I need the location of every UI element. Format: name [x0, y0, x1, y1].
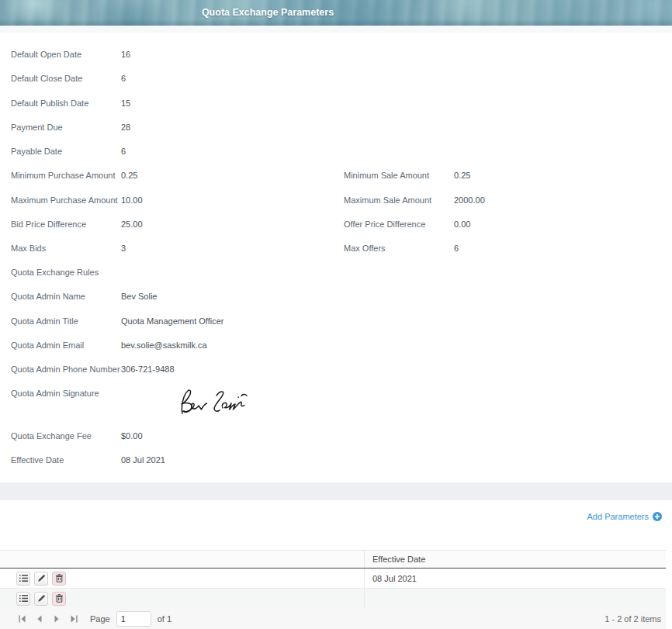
- field-value: 08 Jul 2021: [121, 455, 165, 465]
- field-value: 6: [121, 74, 126, 83]
- add-parameters-label: Add Parameters: [587, 512, 649, 521]
- effective-date-cell: 08 Jul 2021: [365, 569, 666, 588]
- field-max-offers: Max Offers6: [0, 244, 672, 254]
- grid-header-actions-column: [0, 551, 365, 568]
- next-page-button[interactable]: [50, 612, 64, 626]
- field-value: 28: [121, 123, 130, 132]
- panel-header: Quota Exchange Parameters: [0, 0, 672, 26]
- field-label: Quota Admin Name: [11, 292, 120, 301]
- field-label: Quota Admin Signature: [11, 389, 120, 398]
- field-payment-due: Payment Due28: [0, 123, 672, 133]
- field-quota-admin-title: Quota Admin TitleQuota Management Office…: [0, 316, 672, 327]
- field-value: 0.00: [454, 219, 470, 229]
- delete-trash-icon: [55, 574, 64, 582]
- field-quota-exchange-rules: Quota Exchange Rules: [0, 268, 672, 278]
- field-value: $0.00: [121, 431, 143, 441]
- field-value: 6: [454, 244, 459, 253]
- row-actions-cell: [0, 589, 365, 608]
- last-page-button[interactable]: [67, 612, 81, 626]
- last-page-icon: [70, 615, 78, 623]
- field-label: Offer Price Difference: [344, 219, 452, 229]
- field-offer-price-difference: Offer Price Difference0.00: [0, 219, 672, 230]
- field-effective-date: Effective Date08 Jul 2021: [0, 455, 672, 466]
- field-value: 0.25: [454, 171, 470, 180]
- field-label: Quota Admin Title: [11, 316, 120, 326]
- table-row: [0, 588, 666, 608]
- page-label: Page: [90, 614, 110, 624]
- field-quota-admin-name: Quota Admin NameBev Solie: [0, 292, 672, 302]
- effective-date-cell: [365, 589, 666, 608]
- field-value: 16: [121, 50, 130, 59]
- field-minimum-sale-amount: Minimum Sale Amount0.25: [0, 171, 672, 181]
- field-label: Quota Exchange Rules: [11, 268, 120, 277]
- page-of-label: of 1: [158, 614, 171, 624]
- field-value: bev.solie@saskmilk.ca: [121, 340, 207, 350]
- field-quota-admin-signature: Quota Admin Signature: [0, 389, 672, 399]
- field-label: Payment Due: [11, 123, 120, 132]
- field-label: Default Open Date: [11, 50, 120, 59]
- add-parameters-button[interactable]: Add Parameters: [587, 512, 662, 521]
- grid-pager: Page of 1 1 - 2 of 2 items: [0, 608, 666, 629]
- quota-exchange-parameters-panel: Quota Exchange Parameters Default Open D…: [0, 0, 672, 629]
- field-default-publish-date: Default Publish Date15: [0, 98, 672, 109]
- field-default-close-date: Default Close Date6: [0, 74, 672, 85]
- field-label: Payable Date: [11, 147, 120, 156]
- field-label: Maximum Sale Amount: [344, 195, 452, 205]
- field-payable-date: Payable Date6: [0, 147, 672, 157]
- edit-pencil-icon: [37, 574, 46, 582]
- edit-button[interactable]: [34, 572, 48, 586]
- field-value: 2000.00: [454, 195, 485, 205]
- first-page-icon: [19, 615, 26, 623]
- view-details-icon: [19, 574, 28, 582]
- field-label: Max Offers: [344, 244, 452, 253]
- field-value: 6: [121, 147, 126, 156]
- header-divider-strip: [0, 26, 672, 33]
- field-label: Default Close Date: [11, 74, 120, 83]
- edit-button[interactable]: [34, 592, 48, 606]
- delete-trash-icon: [55, 594, 64, 603]
- field-default-open-date: Default Open Date16: [0, 50, 672, 60]
- field-label: Quota Admin Phone Number: [11, 365, 120, 374]
- table-row: 08 Jul 2021: [0, 569, 666, 588]
- field-label: Quota Admin Email: [11, 340, 120, 350]
- field-value: 15: [121, 98, 130, 108]
- field-label: Effective Date: [11, 455, 120, 465]
- view-details-button[interactable]: [16, 592, 30, 606]
- field-label: Minimum Sale Amount: [344, 171, 452, 180]
- field-value: Quota Management Officer: [121, 316, 223, 326]
- plus-in-circle-icon: [653, 512, 662, 521]
- view-details-button[interactable]: [16, 572, 30, 586]
- prev-page-icon: [36, 615, 43, 623]
- field-quota-exchange-fee: Quota Exchange Fee$0.00: [0, 431, 672, 442]
- section-divider-band: [0, 482, 672, 500]
- prev-page-button[interactable]: [33, 612, 47, 626]
- delete-button[interactable]: [52, 572, 66, 586]
- page-number-input[interactable]: [116, 611, 151, 627]
- next-page-icon: [53, 615, 61, 623]
- parameters-grid: Effective Date 08 Jul 2021: [0, 550, 666, 609]
- field-value: 306-721-9488: [121, 365, 175, 374]
- delete-button[interactable]: [52, 592, 66, 606]
- view-details-icon: [19, 594, 28, 603]
- field-label: Quota Exchange Fee: [11, 431, 120, 441]
- grid-header-row: Effective Date: [0, 551, 666, 569]
- quota-admin-signature-image: [174, 388, 253, 419]
- items-count-label: 1 - 2 of 2 items: [604, 614, 661, 624]
- field-label: Default Publish Date: [11, 98, 120, 108]
- grid-header-effective-date: Effective Date: [365, 551, 666, 568]
- first-page-button[interactable]: [16, 612, 29, 626]
- row-actions-cell: [0, 569, 365, 588]
- field-quota-admin-email: Quota Admin Emailbev.solie@saskmilk.ca: [0, 340, 672, 351]
- field-maximum-sale-amount: Maximum Sale Amount2000.00: [0, 195, 672, 206]
- field-value: Bev Solie: [121, 292, 157, 301]
- field-quota-admin-phone-number: Quota Admin Phone Number306-721-9488: [0, 365, 672, 375]
- page-title: Quota Exchange Parameters: [0, 0, 535, 26]
- edit-pencil-icon: [37, 594, 46, 603]
